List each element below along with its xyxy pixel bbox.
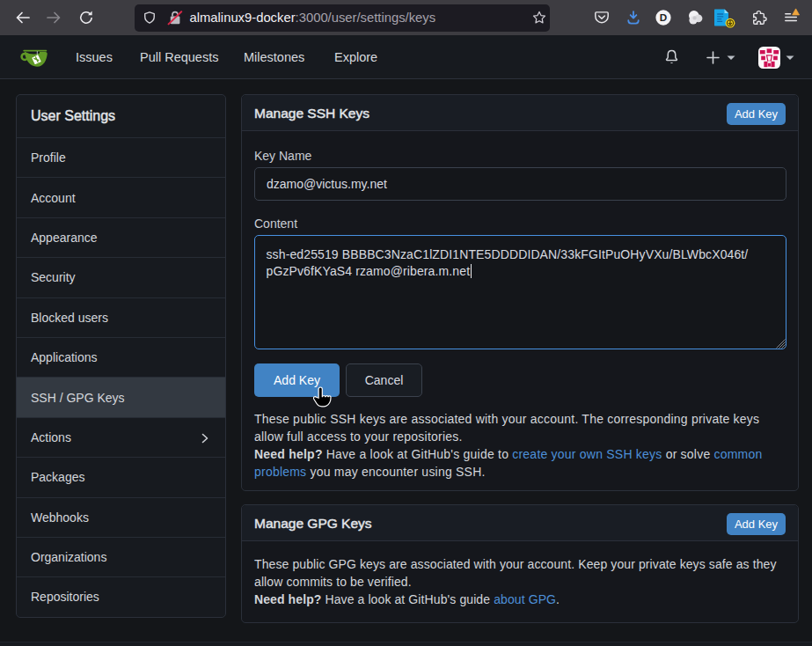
svg-text:D: D (660, 11, 667, 23)
